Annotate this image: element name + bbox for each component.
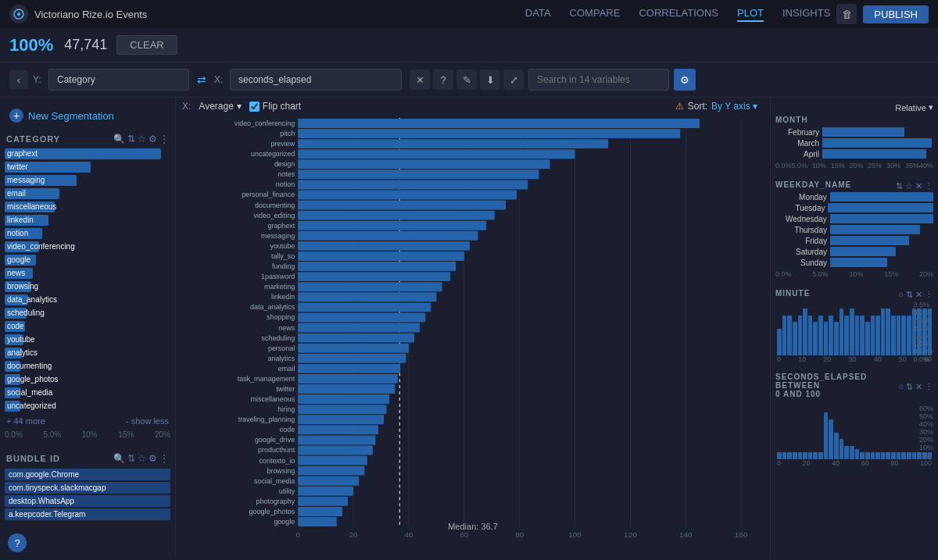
wd-more-icon[interactable]: ⋮ — [925, 181, 933, 191]
min-sort-icon[interactable]: ⇅ — [906, 290, 913, 300]
list-item[interactable]: video_conferencing — [5, 241, 170, 252]
hist-bar — [897, 316, 901, 355]
cat-star-icon[interactable]: ☆ — [138, 134, 146, 144]
min-more-icon[interactable]: ⋮ — [925, 290, 933, 300]
svg-rect-79 — [298, 415, 384, 424]
list-item[interactable]: code — [5, 320, 170, 332]
hist-bar — [787, 452, 792, 459]
sec-x-icon[interactable]: ✕ — [915, 382, 922, 392]
list-item[interactable]: messaging — [5, 174, 170, 186]
hist-bar — [798, 316, 803, 355]
min-x-icon[interactable]: ✕ — [915, 290, 922, 300]
x-expand-icon[interactable]: ⤢ — [503, 70, 524, 90]
y-axis-select[interactable]: Category — [48, 69, 189, 91]
list-item[interactable]: Tuesday — [775, 203, 933, 212]
publish-button[interactable]: PUBLISH — [863, 5, 929, 23]
avg-select[interactable]: Average ▾ — [199, 101, 241, 112]
flip-chart-checkbox[interactable] — [249, 102, 260, 112]
list-item[interactable]: notion — [5, 227, 170, 239]
nav-back-arrow[interactable]: ‹ — [9, 70, 28, 89]
show-more-button[interactable]: + 44 more - show less — [0, 413, 175, 429]
hist-bar — [813, 452, 818, 459]
list-item[interactable]: com.tinyspeck.slackmacgap — [5, 482, 170, 494]
x-help-icon[interactable]: ? — [433, 70, 453, 90]
bundle-gear-icon[interactable]: ⚙ — [149, 453, 157, 464]
month-axis: 0.0%5.0% 10% 15% 20% 25% 30% 35%40% — [775, 160, 933, 171]
bundle-star-icon[interactable]: ☆ — [138, 453, 146, 464]
hist-bar — [860, 452, 865, 459]
sec-circle-icon[interactable]: ○ — [898, 382, 904, 392]
list-item[interactable]: April — [775, 149, 933, 159]
list-item[interactable]: miscellaneous — [5, 201, 170, 212]
bundle-search-icon[interactable]: 🔍 — [113, 453, 125, 464]
list-item[interactable]: March — [775, 138, 933, 148]
settings-icon[interactable]: ⚙ — [674, 69, 696, 91]
seconds-section: SECONDS_ELAPSED BETWEEN0 AND 100 ○ ⇅ ✕ ⋮… — [775, 373, 933, 467]
list-item[interactable]: scheduling — [5, 307, 170, 319]
list-item[interactable]: Sunday — [775, 258, 933, 267]
list-item[interactable]: google — [5, 254, 170, 266]
list-item[interactable]: Wednesday — [775, 214, 933, 223]
wd-sort-icon[interactable]: ⇅ — [896, 181, 903, 191]
list-item[interactable]: email — [5, 187, 170, 199]
toolbar: 100% 47,741 CLEAR — [0, 28, 938, 62]
x-clear-icon[interactable]: ✕ — [410, 70, 430, 90]
list-item[interactable]: Saturday — [775, 247, 933, 256]
relative-button[interactable]: Relative ▾ — [895, 102, 933, 112]
list-item[interactable]: news — [5, 267, 170, 279]
nav-correlations[interactable]: CORRELATIONS — [639, 7, 718, 22]
svg-rect-69 — [298, 364, 400, 373]
wd-x-icon[interactable]: ✕ — [915, 181, 922, 191]
cat-sort-icon[interactable]: ⇅ — [127, 134, 135, 144]
list-item[interactable]: February — [775, 127, 933, 137]
new-segmentation-button[interactable]: + New Segmentation — [0, 104, 175, 127]
cat-search-icon[interactable]: 🔍 — [113, 134, 125, 144]
trash-icon[interactable]: 🗑 — [836, 4, 857, 24]
swap-icon[interactable]: ⇄ — [194, 73, 209, 86]
list-item[interactable]: Monday — [775, 192, 933, 202]
list-item[interactable]: data_analytics — [5, 294, 170, 305]
cat-more-icon[interactable]: ⋮ — [159, 134, 169, 144]
list-item[interactable]: com.google.Chrome — [5, 469, 170, 480]
chart-area: 020406080100120140160video_conferencingp… — [176, 115, 770, 550]
bundle-more-icon[interactable]: ⋮ — [159, 453, 169, 464]
nav-insights[interactable]: INSIGHTS — [782, 7, 830, 22]
sec-sort-icon[interactable]: ⇅ — [906, 382, 913, 392]
show-less-label: - show less — [126, 416, 169, 426]
svg-rect-57 — [298, 302, 431, 312]
svg-text:messaging: messaging — [261, 232, 295, 240]
bundle-sort-icon[interactable]: ⇅ — [127, 453, 135, 464]
list-item[interactable]: Thursday — [775, 225, 933, 234]
list-item[interactable]: documenting — [5, 360, 170, 372]
list-item[interactable]: twitter — [5, 161, 170, 173]
flip-chart-toggle[interactable]: Flip chart — [249, 101, 301, 112]
wd-star-icon[interactable]: ☆ — [905, 181, 913, 191]
x-download-icon[interactable]: ⬇ — [480, 70, 500, 90]
list-item[interactable]: Friday — [775, 236, 933, 245]
sort-select[interactable]: By Y axis ▾ — [711, 101, 757, 112]
list-item[interactable]: browsing — [5, 280, 170, 292]
min-circle-icon[interactable]: ○ — [898, 290, 904, 300]
x-axis-select[interactable]: seconds_elapsed — [230, 69, 402, 91]
list-item[interactable]: graphext — [5, 148, 170, 159]
svg-text:personal: personal — [268, 344, 295, 352]
nav-compare[interactable]: COMPARE — [570, 7, 621, 22]
list-item[interactable]: google_photos — [5, 373, 170, 385]
list-item[interactable]: a.keepcoder.Telegram — [5, 508, 170, 520]
list-item[interactable]: social_media — [5, 387, 170, 398]
list-item[interactable]: youtube — [5, 334, 170, 345]
app-title: Victoriano Rize.io Events — [34, 9, 147, 20]
sec-more-icon[interactable]: ⋮ — [925, 382, 933, 392]
hist-bar — [901, 452, 906, 459]
help-button[interactable]: ? — [8, 533, 27, 552]
cat-gear-icon[interactable]: ⚙ — [149, 134, 157, 144]
clear-button[interactable]: CLEAR — [116, 35, 177, 55]
nav-data[interactable]: DATA — [525, 7, 551, 22]
list-item[interactable]: uncategorized — [5, 400, 170, 412]
nav-plot[interactable]: PLOT — [737, 7, 764, 22]
list-item[interactable]: desktop.WhatsApp — [5, 495, 170, 507]
list-item[interactable]: linkedin — [5, 214, 170, 226]
list-item[interactable]: analytics — [5, 347, 170, 358]
search-variables-input[interactable] — [528, 69, 669, 91]
x-edit-icon[interactable]: ✎ — [456, 70, 477, 90]
